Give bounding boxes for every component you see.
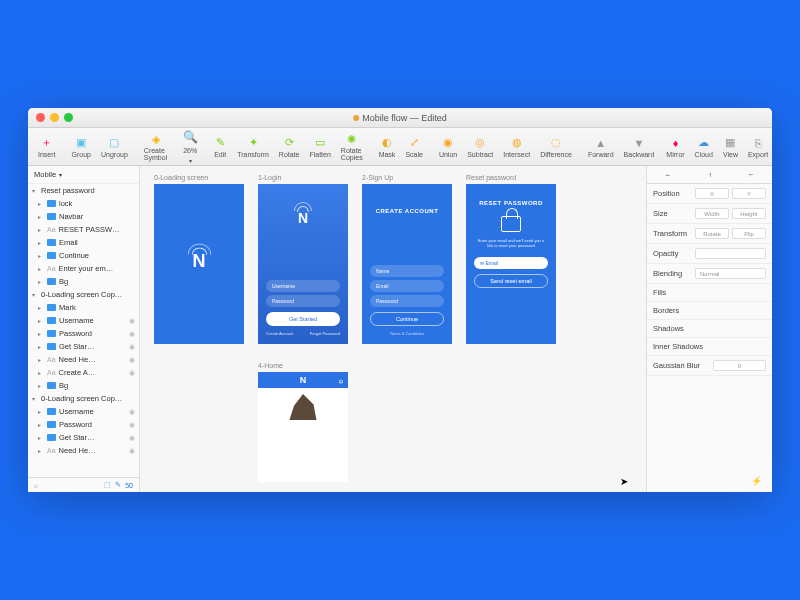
visibility-icon[interactable]: ◉ [129, 447, 135, 455]
artboard-reset[interactable]: Reset password RESET PASSWORD Enter your… [466, 184, 556, 344]
layer-group[interactable]: ▾0-Loading screen Cop… [28, 288, 139, 301]
x-field[interactable]: X [695, 188, 729, 199]
layer-item[interactable]: ▸Email [28, 236, 139, 249]
borders-section[interactable]: Borders [647, 302, 772, 320]
mask-button[interactable]: ◐Mask [375, 134, 400, 160]
artboard-signup[interactable]: 2-Sign Up CREATE ACCOUNT Name Email Pass… [362, 184, 452, 344]
layer-item[interactable]: ▸Mark [28, 301, 139, 314]
layer-item[interactable]: ▸Username◉ [28, 405, 139, 418]
opacity-slider[interactable] [695, 248, 766, 259]
difference-button[interactable]: ◌Difference [536, 134, 576, 160]
cursor-icon: ➤ [620, 476, 628, 487]
visibility-icon[interactable]: ◉ [129, 356, 135, 364]
filter-icon[interactable]: ⌕ [34, 482, 38, 489]
visibility-icon[interactable]: ◉ [129, 343, 135, 351]
pages-dropdown[interactable]: Mobile▾ [28, 166, 139, 184]
layers-list[interactable]: ▾Reset password▸lock▸Navbar▸AaRESET PASS… [28, 184, 139, 477]
layer-item[interactable]: ▸Password◉ [28, 327, 139, 340]
canvas[interactable]: 0-Loading screen N 1-Login N Username Pa… [140, 166, 646, 492]
username-field: Username [266, 280, 340, 292]
artboard-login[interactable]: 1-Login N Username Password Get Started … [258, 184, 348, 344]
visibility-icon[interactable]: ◉ [129, 330, 135, 338]
gaussian-field[interactable]: 0 [713, 360, 766, 371]
scale-button[interactable]: ⤢Scale [401, 134, 427, 160]
fills-section[interactable]: Fills [647, 284, 772, 302]
layer-item[interactable]: ▸Navbar [28, 210, 139, 223]
visibility-icon[interactable]: ◉ [129, 317, 135, 325]
rotate-button[interactable]: ⟳Rotate [275, 134, 304, 160]
layer-group[interactable]: ▾0-Loading screen Cop… [28, 392, 139, 405]
cloud-button[interactable]: ☁Cloud [691, 134, 717, 160]
layer-item[interactable]: ▸AaNeed He…◉ [28, 444, 139, 457]
heading: RESET PASSWORD [466, 184, 556, 206]
rotate-field[interactable]: Rotate [695, 228, 729, 239]
transform-button[interactable]: ✦Transform [233, 134, 273, 160]
group-button[interactable]: ▣Group [68, 134, 95, 160]
layer-item[interactable]: ▸Password◉ [28, 418, 139, 431]
heading: CREATE ACCOUNT [362, 184, 452, 214]
continue-button: Continue [370, 312, 444, 326]
layer-item[interactable]: ▸AaEnter your em… [28, 262, 139, 275]
artboard-loading[interactable]: 0-Loading screen N [154, 184, 244, 344]
text-layer-icon: Aa [47, 265, 56, 272]
export-button[interactable]: ⎘Export [744, 134, 772, 160]
height-field[interactable]: Height [732, 208, 766, 219]
align-tab-icon[interactable]: ⫠ [647, 166, 689, 183]
flip-field[interactable]: Flip [732, 228, 766, 239]
bolt-icon[interactable]: ⚡ [751, 476, 762, 486]
create-symbol-button[interactable]: ◈Create Symbol [140, 130, 171, 163]
visibility-icon[interactable]: ◉ [129, 421, 135, 429]
layer-item[interactable]: ▸AaNeed He…◉ [28, 353, 139, 366]
maximize-button[interactable] [64, 113, 73, 122]
inspector-tabs[interactable]: ⫠ ⫞ ⫟ [647, 166, 772, 184]
layer-item[interactable]: ▸Continue [28, 249, 139, 262]
backward-button[interactable]: ▼Backward [620, 134, 659, 160]
layer-item[interactable]: ▸lock [28, 197, 139, 210]
hero-image [288, 394, 318, 420]
folder-icon [47, 200, 56, 207]
flatten-button[interactable]: ▭Flatten [305, 134, 334, 160]
folder-icon [47, 408, 56, 415]
view-button[interactable]: ▦View [719, 134, 742, 160]
intersect-button[interactable]: ◍Intersect [499, 134, 534, 160]
layer-item[interactable]: ▸Get Star…◉ [28, 340, 139, 353]
shadows-section[interactable]: Shadows [647, 320, 772, 338]
visibility-icon[interactable]: ◉ [129, 434, 135, 442]
y-field[interactable]: Y [732, 188, 766, 199]
visibility-icon[interactable]: ◉ [129, 408, 135, 416]
layer-group[interactable]: ▾Reset password [28, 184, 139, 197]
ungroup-button[interactable]: ▢Ungroup [97, 134, 132, 160]
union-button[interactable]: ◉Union [435, 134, 461, 160]
layer-item[interactable]: ▸Get Star…◉ [28, 431, 139, 444]
width-field[interactable]: Width [695, 208, 729, 219]
blending-select[interactable]: Normal [695, 268, 766, 279]
layer-item[interactable]: ▸Bg [28, 379, 139, 392]
toggle-icon[interactable]: ⬚ [104, 481, 111, 489]
zoom-control[interactable]: 🔍26%▾ [179, 128, 201, 166]
rotate-copies-button[interactable]: ✺Rotate Copies [337, 130, 367, 163]
opacity-row: Opacity [647, 244, 772, 264]
artboard-home[interactable]: 4-Home N⌕ [258, 372, 348, 482]
layer-item[interactable]: ▸AaCreate A…◉ [28, 366, 139, 379]
visibility-icon[interactable]: ◉ [129, 369, 135, 377]
insert-button[interactable]: ＋Insert [34, 134, 60, 160]
distribute-tab-icon[interactable]: ⫞ [689, 166, 731, 183]
subtract-button[interactable]: ◎Subtract [463, 134, 497, 160]
email-field: ✉ Email [474, 257, 548, 269]
close-button[interactable] [36, 113, 45, 122]
password-field: Password [266, 295, 340, 307]
logo: N [298, 210, 308, 226]
layer-item[interactable]: ▸Bg [28, 275, 139, 288]
layer-item[interactable]: ▸AaRESET PASSW… [28, 223, 139, 236]
folder-icon [47, 213, 56, 220]
create-account-link: Create Account [266, 331, 293, 336]
sheet-icon[interactable]: ✎ [115, 481, 121, 489]
artboard-title: 4-Home [258, 362, 283, 369]
minimize-button[interactable] [50, 113, 59, 122]
edit-button[interactable]: ✎Edit [209, 134, 231, 160]
layer-item[interactable]: ▸Username◉ [28, 314, 139, 327]
align-tab2-icon[interactable]: ⫟ [730, 166, 772, 183]
inner-shadows-section[interactable]: Inner Shadows [647, 338, 772, 356]
forward-button[interactable]: ▲Forward [584, 134, 618, 160]
mirror-button[interactable]: ♦Mirror [662, 134, 688, 160]
